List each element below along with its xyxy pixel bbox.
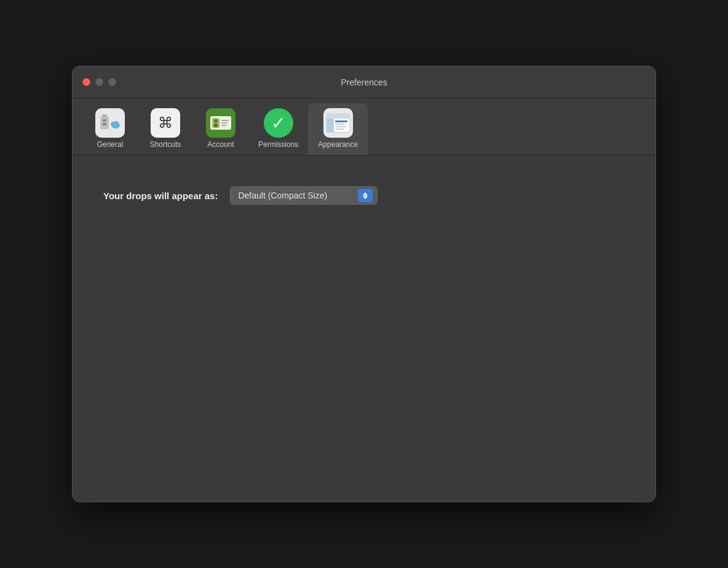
svg-rect-3 xyxy=(103,123,106,125)
appearance-icon xyxy=(323,108,353,138)
svg-point-10 xyxy=(214,119,218,123)
window-title: Preferences xyxy=(341,77,387,87)
svg-rect-20 xyxy=(335,120,347,122)
tab-shortcuts-label: Shortcuts xyxy=(150,140,181,149)
svg-rect-2 xyxy=(103,119,106,122)
traffic-lights xyxy=(82,78,116,86)
svg-point-6 xyxy=(114,121,119,126)
permissions-icon: ✓ xyxy=(264,108,293,138)
general-icon xyxy=(95,108,125,138)
toolbar: General ⌘ Shortcuts xyxy=(73,98,655,156)
maximize-button[interactable] xyxy=(108,78,116,86)
preferences-window: Preferences xyxy=(72,66,656,502)
svg-rect-1 xyxy=(102,114,107,117)
close-button[interactable] xyxy=(82,78,90,86)
svg-rect-14 xyxy=(221,125,226,126)
minimize-button[interactable] xyxy=(95,78,103,86)
svg-rect-18 xyxy=(326,116,350,119)
svg-point-11 xyxy=(213,124,218,127)
tab-appearance-label: Appearance xyxy=(318,140,358,149)
appearance-dropdown-container: Default (Compact Size) Large Small xyxy=(230,186,378,205)
tab-permissions-label: Permissions xyxy=(258,140,298,149)
content-area: Your drops will appear as: Default (Comp… xyxy=(73,156,655,502)
account-icon xyxy=(206,108,235,138)
tab-appearance[interactable]: Appearance xyxy=(308,103,368,155)
titlebar: Preferences xyxy=(73,66,655,98)
drops-label: Your drops will appear as: xyxy=(103,191,218,201)
tab-permissions[interactable]: ✓ Permissions xyxy=(248,103,308,155)
svg-rect-12 xyxy=(221,120,229,121)
tab-general-label: General xyxy=(97,140,124,149)
svg-rect-22 xyxy=(335,126,346,127)
tab-general[interactable]: General xyxy=(82,103,138,155)
drops-row: Your drops will appear as: Default (Comp… xyxy=(103,186,625,205)
tab-account-label: Account xyxy=(207,140,234,149)
svg-rect-23 xyxy=(335,128,344,130)
svg-rect-21 xyxy=(335,124,345,125)
tab-shortcuts[interactable]: ⌘ Shortcuts xyxy=(138,103,193,155)
shortcuts-icon: ⌘ xyxy=(151,108,180,138)
svg-rect-19 xyxy=(326,119,334,132)
svg-rect-13 xyxy=(221,122,228,124)
tab-account[interactable]: Account xyxy=(193,103,248,155)
appearance-dropdown[interactable]: Default (Compact Size) Large Small xyxy=(230,186,378,205)
